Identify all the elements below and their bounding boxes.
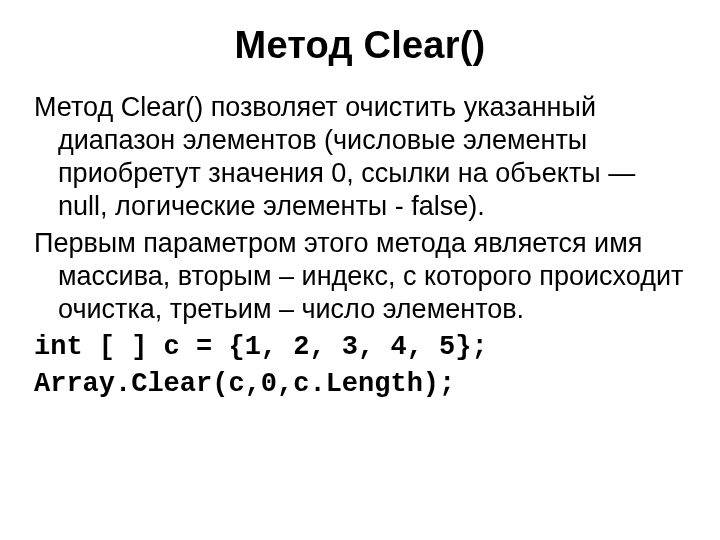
paragraph-2: Первым параметром этого метода является …	[34, 227, 686, 326]
paragraph-1: Метод Clear() позволяет очистить указанн…	[34, 91, 686, 223]
code-line-2: Array.Clear(c,0,c.Length);	[34, 367, 686, 402]
code-line-1: int [ ] c = {1, 2, 3, 4, 5};	[34, 330, 686, 365]
slide-title: Метод Clear()	[34, 24, 686, 67]
slide: Метод Clear() Метод Clear() позволяет оч…	[0, 0, 720, 540]
slide-body: Метод Clear() позволяет очистить указанн…	[34, 91, 686, 402]
